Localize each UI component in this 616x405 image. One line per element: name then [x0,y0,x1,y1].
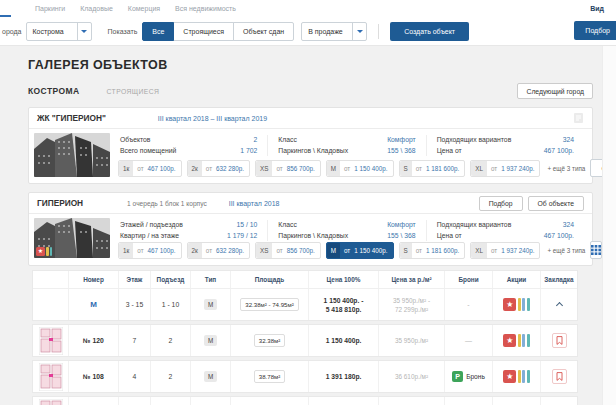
about-object-button[interactable]: Об объекте [528,196,584,211]
promo-bar-blue [522,298,525,311]
apartment-price: 1 150 400р. [326,336,362,345]
apartment-row[interactable]: № 108 4 2 М 38.78м² 1 391 180р. 36 610р.… [32,360,578,393]
chip-price: 1 181 600р. [426,247,459,254]
type-chip-xs[interactable]: XSот856 700р. [255,242,321,259]
building-subtitle: 1 очередь 1 блок 1 корпус [127,200,207,207]
building-card-header: ГИПЕРИОН 1 очередь 1 блок 1 корпус III к… [29,193,592,214]
chevron-down-icon [77,23,91,40]
type-chip-m[interactable]: Mот1 150 400р. [326,160,394,177]
stat-label: Класс [278,135,297,146]
stats-column: Этажей / подъездов15 / 10 Квартир / на э… [118,220,267,241]
divider [378,24,379,39]
stat-label: Подходящих вариантов [437,135,512,146]
chip-from: от [276,247,282,254]
stat-value: 467 100р. [544,146,574,157]
content: ГАЛЕРЕЯ ОБЪЕКТОВ КОСТРОМА СТРОЯЩИЕСЯ Сле… [0,58,616,405]
collapse-group-chevron-icon[interactable] [555,302,562,309]
promo-bar-teal [527,370,530,383]
chip-type-label: S [400,243,412,258]
grid-view-button[interactable] [590,241,602,259]
tab-kostroma[interactable]: КОСТРОМА [28,86,80,96]
floor-plan-thumbnail[interactable] [33,361,69,392]
chip-from: от [416,165,422,172]
chip-price: 1 937 240р. [501,247,534,254]
segment-completed[interactable]: Объект сдан [233,22,294,41]
type-chip-1k[interactable]: 1кот467 100р. [118,242,182,259]
stat-value: 324 [563,220,574,231]
type-chip-2k[interactable]: 2кот632 280р. [187,242,251,259]
apartment-floor: 4 [133,373,137,380]
stat-value: 1 179 / 12 [227,231,257,242]
stat-label: Объектов [120,135,150,146]
nav-item-all-realty[interactable]: Вся недвижимость [175,5,236,12]
chip-price: 1 150 400р. [354,165,387,172]
header-type[interactable]: Тип [191,271,231,288]
view-toggle[interactable]: Вид [590,5,604,12]
stat-value: 155 \ 368 [387,231,415,242]
type-chip-xs[interactable]: XSот856 700р. [255,160,321,177]
type-chip-xl[interactable]: XLот1 937 240р. [470,242,540,259]
type-chip-xl[interactable]: XLот1 937 240р. [470,160,540,177]
bookmark-button[interactable] [552,333,567,348]
apartment-row[interactable]: № 120 7 2 М 32.38м² 1 150 400р. 35 950р.… [32,324,578,357]
podbor-button-top[interactable]: Подбор [574,21,616,40]
nav-item-parkings[interactable]: Паркинги [35,5,65,12]
stat-label: Всего помещений [120,146,176,157]
segment-all[interactable]: Все [142,22,174,41]
nav-item-commercial[interactable]: Комерция [128,5,160,12]
type-chip-1k[interactable]: 1кот467 100р. [118,160,182,177]
type-chip-s[interactable]: Sот1 181 600р. [399,160,466,177]
bookmark-button[interactable] [552,369,567,384]
area-box: 38.78м² [254,370,285,383]
stat-label: Квартир / на этаже [120,231,179,242]
floor-plan-thumbnail[interactable] [33,325,69,356]
group-entrances: 1 - 10 [162,301,179,308]
header-price-per-m2[interactable]: Цена за р./м² [379,271,445,288]
next-city-button[interactable]: Следующий город [517,83,593,99]
price-range-line1: 1 150 400р. - [324,296,364,305]
nav-item-storerooms[interactable]: Кладовые [80,5,113,12]
tab-under-construction[interactable]: СТРОЯЩИЕСЯ [107,88,160,95]
building-photo[interactable]: ★ [34,218,110,258]
scrollbar-track[interactable] [602,46,616,405]
apartment-entrance: 2 [169,337,173,344]
header-booking[interactable]: Брони [445,271,493,288]
apartment-row[interactable]: № 132 8 2 М 42.82м² 1 614 900р. 38 450р.… [32,396,578,405]
more-types-link[interactable]: + ещё 3 типа [547,247,585,254]
type-chip-m-selected[interactable]: Mот1 150 400р. [326,242,394,259]
complex-title: ЖК "ГИПЕРИОН" [37,113,106,123]
header-bookmark[interactable]: Закладка [541,271,577,288]
city-tabs-row: КОСТРОМА СТРОЯЩИЕСЯ Следующий город [28,83,593,99]
chip-price: 467 100р. [148,247,176,254]
city-select[interactable]: Кострома [26,22,92,41]
table-header-row: Номер Этаж Подъезд Тип Площадь Цена 100%… [33,271,577,288]
document-icon[interactable] [573,112,584,124]
floor-plan-thumbnail[interactable] [33,397,69,405]
booking-status[interactable]: P Бронь [452,371,485,382]
header-floor[interactable]: Этаж [119,271,151,288]
stat-label: Подходящих вариантов [437,220,512,231]
type-group-row[interactable]: М 3 - 15 1 - 10 М 32.38м² - 74.95м² 1 15… [33,288,577,320]
type-chip-s[interactable]: Sот1 181 600р. [399,242,466,259]
segment-under-construction[interactable]: Строящиеся [173,22,234,41]
header-promos[interactable]: Акции [493,271,541,288]
header-price[interactable]: Цена 100% [309,271,379,288]
more-types-link[interactable]: + ещё 3 типа [547,165,585,172]
create-object-button[interactable]: Создать объект [390,22,469,41]
header-area[interactable]: Площадь [231,271,309,288]
chip-price: 632 280р. [216,247,244,254]
top-nav: Паркинги Кладовые Комерция Вся недвижимо… [0,0,616,17]
podbor-button[interactable]: Подбор [479,196,523,211]
type-chip-2k[interactable]: 2кот632 280р. [187,160,251,177]
complex-dates-link[interactable]: III квартал 2018 – III квартал 2019 [158,115,267,122]
complex-card-header: ЖК "ГИПЕРИОН" III квартал 2018 – III ква… [29,108,592,129]
apartment-price: 1 391 180р. [326,372,362,381]
sale-status-select[interactable]: В продаже [301,22,367,41]
header-entrance[interactable]: Подъезд [151,271,191,288]
group-thumb-empty [33,289,69,320]
stat-value: Комфорт [387,220,416,231]
building-date-link[interactable]: III квартал 2018 [229,200,280,207]
building-photo[interactable] [34,133,110,177]
promo-icons: ★ [503,334,530,347]
header-number[interactable]: Номер [69,271,119,288]
